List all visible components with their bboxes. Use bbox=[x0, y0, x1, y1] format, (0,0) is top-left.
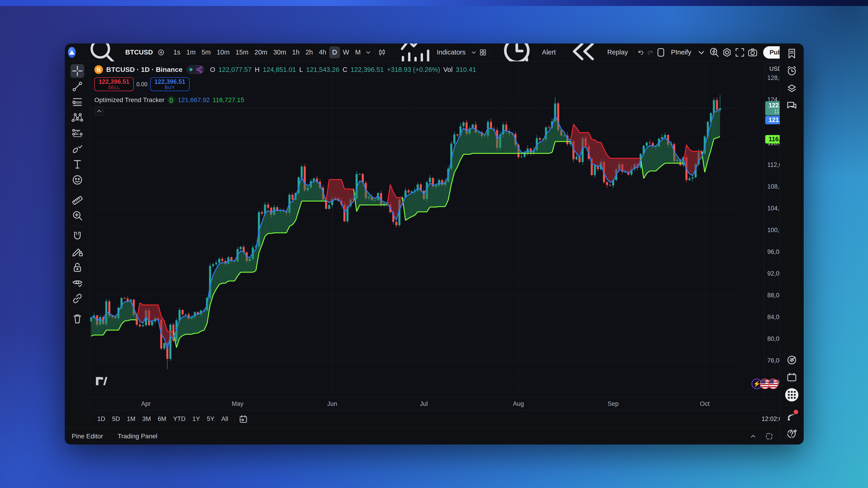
chat-icon[interactable] bbox=[785, 99, 799, 113]
range-YTD[interactable]: YTD bbox=[170, 414, 189, 425]
chart-pane: B BTCUSD · 1D · Binance O122,077.57H124,… bbox=[90, 61, 804, 397]
interval-M[interactable]: M bbox=[352, 47, 364, 58]
legend-title: BTCUSD · 1D · Binance bbox=[106, 66, 182, 73]
range-1M[interactable]: 1M bbox=[123, 414, 139, 425]
fullscreen-icon[interactable] bbox=[734, 46, 746, 59]
indicator-templates-icon[interactable] bbox=[478, 46, 488, 59]
event-badges: ⚡ bbox=[751, 378, 778, 389]
interval-5m[interactable]: 5m bbox=[198, 47, 214, 58]
interval-1h[interactable]: 1h bbox=[289, 47, 302, 58]
alerts-icon[interactable] bbox=[785, 64, 799, 78]
screenshot-camera-icon[interactable] bbox=[746, 46, 759, 59]
emoji-tool-icon[interactable] bbox=[70, 173, 84, 187]
toolbar-divider bbox=[71, 226, 84, 226]
indicators-label: Indicators bbox=[437, 49, 466, 56]
interval-30m[interactable]: 30m bbox=[270, 47, 289, 58]
legend-collapse-button[interactable] bbox=[94, 106, 104, 116]
fib-retracement-tool-icon[interactable] bbox=[70, 95, 84, 109]
redo-icon[interactable] bbox=[646, 46, 655, 59]
range-All[interactable]: All bbox=[218, 414, 231, 425]
tradingview-logo[interactable] bbox=[68, 47, 76, 58]
indicators-chevron-icon[interactable] bbox=[469, 46, 478, 59]
symbol-status-pill[interactable] bbox=[187, 65, 205, 74]
symbol-search-button[interactable]: BTCUSD bbox=[80, 46, 157, 59]
ohlc-label: C bbox=[343, 66, 347, 73]
watchlist-icon[interactable] bbox=[785, 47, 799, 60]
interval-D[interactable]: D bbox=[329, 47, 340, 58]
notifications-icon[interactable] bbox=[785, 409, 799, 423]
symbol-legend[interactable]: B BTCUSD · 1D · Binance O122,077.57H124,… bbox=[94, 65, 476, 74]
edit-lock-tool-icon[interactable] bbox=[70, 245, 84, 258]
interval-15m[interactable]: 15m bbox=[232, 47, 251, 58]
hide-drawings-tool-icon[interactable] bbox=[70, 276, 84, 290]
calendar-icon[interactable] bbox=[785, 371, 799, 384]
panel-expand-icon[interactable] bbox=[748, 431, 758, 441]
sell-button[interactable]: 122,396.51 SELL bbox=[94, 78, 134, 91]
range-5Y[interactable]: 5Y bbox=[204, 414, 218, 425]
zoom-in-tool-icon[interactable] bbox=[70, 209, 84, 223]
help-icon[interactable] bbox=[785, 427, 799, 440]
interval-1s[interactable]: 1s bbox=[170, 47, 183, 58]
trend-line-tool-icon[interactable] bbox=[70, 80, 84, 93]
us-flag-event-icon[interactable] bbox=[768, 378, 778, 389]
quick-search-icon[interactable] bbox=[708, 46, 721, 59]
interval-10m[interactable]: 10m bbox=[214, 47, 232, 58]
alert-button[interactable]: Alert bbox=[492, 46, 559, 59]
interval-W[interactable]: W bbox=[340, 47, 352, 58]
layout-select-icon[interactable] bbox=[654, 46, 667, 59]
remove-tool-icon[interactable] bbox=[70, 312, 84, 326]
object-tree-icon[interactable] bbox=[785, 82, 799, 95]
sell-price: 122,396.51 bbox=[98, 79, 129, 85]
indicator-legend[interactable]: Optimized Trend Tracker {} 121,667.92 11… bbox=[94, 96, 244, 104]
buy-label: BUY bbox=[165, 85, 175, 90]
time-scale[interactable]: AprMayJunJulAugSepOct bbox=[90, 397, 804, 410]
undo-icon[interactable] bbox=[637, 46, 646, 59]
magnet-tool-icon[interactable] bbox=[70, 230, 84, 243]
apps-icon[interactable] bbox=[785, 388, 799, 402]
go-to-date-icon[interactable] bbox=[237, 413, 249, 425]
user-menu-button[interactable]: PIneify bbox=[667, 46, 695, 59]
ohlc-values: O122,077.57H124,851.01L121,543.26C122,39… bbox=[210, 66, 476, 73]
interval-4h[interactable]: 4h bbox=[316, 47, 329, 58]
range-3M[interactable]: 3M bbox=[139, 414, 155, 425]
xabcd-pattern-tool-icon[interactable] bbox=[70, 111, 84, 124]
ruler-tool-icon[interactable] bbox=[70, 193, 84, 207]
interval-2h[interactable]: 2h bbox=[303, 47, 316, 58]
tab-pine-editor[interactable]: Pine Editor bbox=[72, 433, 103, 440]
projection-tool-icon[interactable] bbox=[70, 126, 84, 140]
range-6M[interactable]: 6M bbox=[154, 414, 170, 425]
buy-button[interactable]: 122,396.51 BUY bbox=[150, 78, 189, 91]
brush-tool-icon[interactable] bbox=[70, 142, 84, 156]
settings-gear-icon[interactable] bbox=[721, 46, 734, 59]
crosshair-tool-icon[interactable] bbox=[70, 64, 84, 78]
text-tool-icon[interactable] bbox=[70, 157, 84, 171]
chart-style-icon[interactable] bbox=[377, 46, 386, 59]
month-label-Apr: Apr bbox=[136, 400, 156, 407]
month-label-Jun: Jun bbox=[322, 400, 342, 407]
user-menu-chevron-icon[interactable] bbox=[695, 46, 708, 59]
link-tool-icon[interactable] bbox=[70, 292, 84, 305]
ohlc-value: +318.93 (+0.26%) bbox=[387, 66, 440, 73]
candlestick-chart-canvas[interactable] bbox=[90, 61, 740, 397]
main-area: B BTCUSD · 1D · Binance O122,077.57H124,… bbox=[65, 61, 804, 428]
interval-20m[interactable]: 20m bbox=[252, 47, 270, 58]
panel-maximize-icon[interactable] bbox=[764, 431, 774, 441]
tab-trading-panel[interactable]: Trading Panel bbox=[118, 433, 157, 440]
compare-add-icon[interactable] bbox=[157, 46, 166, 59]
range-5D[interactable]: 5D bbox=[109, 414, 124, 425]
interval-1m[interactable]: 1m bbox=[183, 47, 198, 58]
indicators-button[interactable]: Indicators bbox=[391, 46, 469, 59]
tradingview-watermark-logo[interactable] bbox=[96, 377, 107, 386]
ohlc-value: 122,077.57 bbox=[218, 66, 252, 73]
screener-icon[interactable] bbox=[785, 353, 799, 367]
range-1D[interactable]: 1D bbox=[94, 414, 109, 425]
replay-button[interactable]: Replay bbox=[559, 46, 631, 59]
month-label-Sep: Sep bbox=[603, 400, 623, 407]
btc-icon: B bbox=[94, 65, 103, 74]
interval-menu-chevron-icon[interactable] bbox=[364, 46, 373, 59]
tradingview-window: BTCUSD 1s1m5m10m15m20m30m1h2h4hDWM Indic… bbox=[65, 43, 804, 445]
alert-label: Alert bbox=[542, 49, 556, 56]
lock-all-tool-icon[interactable] bbox=[70, 261, 84, 274]
range-1Y[interactable]: 1Y bbox=[189, 414, 204, 425]
indicator-support-value: 121,667.92 bbox=[178, 96, 210, 104]
